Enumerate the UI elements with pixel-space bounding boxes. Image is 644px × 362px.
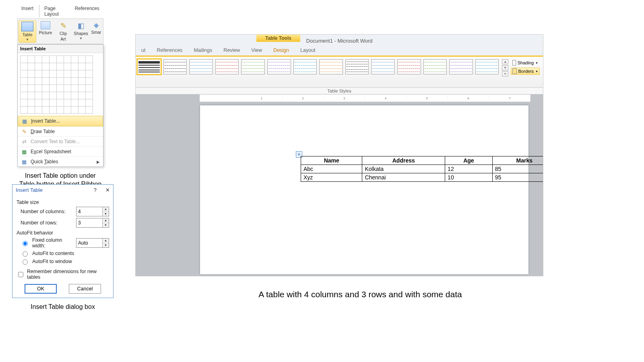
grid-cell[interactable] xyxy=(20,70,28,78)
grid-cell[interactable] xyxy=(49,56,57,63)
grid-cell[interactable] xyxy=(56,70,64,78)
grid-cell[interactable] xyxy=(20,99,28,107)
grid-cell[interactable] xyxy=(85,77,93,85)
tab-insert[interactable]: Insert xyxy=(19,5,36,18)
borders-button[interactable]: Borders▼ xyxy=(511,68,540,75)
spin-down-icon[interactable]: ▼ xyxy=(103,212,109,216)
table-style-thumb[interactable] xyxy=(397,59,421,74)
columns-spinner[interactable]: ▲▼ xyxy=(76,207,109,216)
grid-cell[interactable] xyxy=(35,99,42,107)
grid-cell[interactable] xyxy=(42,106,50,114)
table-style-thumb[interactable] xyxy=(423,59,447,74)
tab-references[interactable]: References xyxy=(151,44,188,56)
grid-cell[interactable] xyxy=(85,70,93,78)
picture-button[interactable]: Picture xyxy=(37,21,54,36)
grid-cell[interactable] xyxy=(42,63,50,70)
grid-cell[interactable] xyxy=(78,70,86,78)
grid-cell[interactable] xyxy=(71,63,78,70)
grid-cell[interactable] xyxy=(42,84,50,92)
grid-cell[interactable] xyxy=(64,84,71,92)
tab-references[interactable]: References xyxy=(72,5,102,18)
grid-cell[interactable] xyxy=(78,92,86,99)
table-style-thumb[interactable] xyxy=(345,59,369,74)
grid-cell[interactable] xyxy=(56,99,64,107)
grid-cell[interactable] xyxy=(35,84,42,92)
grid-cell[interactable] xyxy=(85,56,93,63)
table-cell[interactable]: Kolkata xyxy=(362,165,445,173)
grid-cell[interactable] xyxy=(78,99,86,107)
grid-cell[interactable] xyxy=(27,106,35,114)
table-header-cell[interactable]: Age xyxy=(445,156,493,165)
table-style-thumb[interactable] xyxy=(293,59,317,74)
grid-cell[interactable] xyxy=(71,106,78,114)
smartart-button-cut[interactable]: ◆ Smar xyxy=(90,21,102,35)
grid-cell[interactable] xyxy=(27,77,35,85)
draw-table-item[interactable]: ✎ Draw Table xyxy=(18,126,103,136)
spin-up-icon[interactable]: ▲ xyxy=(103,218,109,223)
gallery-nav-icon[interactable]: ▼ xyxy=(502,65,508,70)
document-page[interactable]: ✥ NameAddressAgeMarks AbcKolkata1285XyzC… xyxy=(200,105,528,274)
grid-cell[interactable] xyxy=(27,70,35,78)
grid-cell[interactable] xyxy=(42,99,50,107)
table-style-thumb[interactable] xyxy=(449,59,473,74)
grid-cell[interactable] xyxy=(64,92,71,99)
grid-cell[interactable] xyxy=(71,70,78,78)
grid-cell[interactable] xyxy=(42,77,50,85)
table-header-cell[interactable]: Name xyxy=(301,156,362,165)
spin-down-icon[interactable]: ▼ xyxy=(103,223,109,228)
grid-cell[interactable] xyxy=(49,77,57,85)
table-row[interactable]: AbcKolkata1285 xyxy=(301,165,544,173)
grid-cell[interactable] xyxy=(71,56,78,63)
grid-cell[interactable] xyxy=(78,106,86,114)
table-cell[interactable]: 12 xyxy=(445,165,493,173)
table-cell[interactable]: Xyz xyxy=(301,173,362,182)
table-header-cell[interactable]: Marks xyxy=(492,156,543,165)
grid-cell[interactable] xyxy=(42,70,50,78)
table-style-thumb[interactable] xyxy=(267,59,291,74)
fixed-width-spinner[interactable]: ▲▼ xyxy=(76,238,109,248)
grid-cell[interactable] xyxy=(85,92,93,99)
table-row[interactable]: XyzChennai1095 xyxy=(301,173,544,182)
grid-cell[interactable] xyxy=(64,77,71,85)
table-style-thumb[interactable] xyxy=(241,59,265,74)
grid-cell[interactable] xyxy=(56,77,64,85)
table-button[interactable]: Table ▼ xyxy=(19,21,36,43)
gallery-nav-icon[interactable]: ▲ xyxy=(502,59,508,64)
grid-cell[interactable] xyxy=(78,77,86,85)
grid-cell[interactable] xyxy=(71,84,78,92)
document-table[interactable]: NameAddressAgeMarks AbcKolkata1285XyzChe… xyxy=(301,156,543,182)
grid-cell[interactable] xyxy=(35,106,42,114)
grid-cell[interactable] xyxy=(27,56,35,63)
grid-cell[interactable] xyxy=(71,92,78,99)
grid-cell[interactable] xyxy=(35,77,42,85)
tab-page-layout[interactable]: Page Layout xyxy=(39,5,69,18)
grid-cell[interactable] xyxy=(42,56,50,63)
spin-up-icon[interactable]: ▲ xyxy=(103,207,109,212)
horizontal-ruler[interactable]: 1234567 xyxy=(199,94,531,102)
grid-cell[interactable] xyxy=(20,84,28,92)
grid-cell[interactable] xyxy=(49,106,57,114)
grid-cell[interactable] xyxy=(56,63,64,70)
table-cell[interactable]: Abc xyxy=(301,165,362,173)
grid-cell[interactable] xyxy=(49,92,57,99)
grid-cell[interactable] xyxy=(20,92,28,99)
grid-cell[interactable] xyxy=(64,70,71,78)
fixed-width-input[interactable] xyxy=(76,239,102,247)
grid-cell[interactable] xyxy=(20,56,28,63)
grid-cell[interactable] xyxy=(71,77,78,85)
shapes-button[interactable]: ◧ Shapes ▼ xyxy=(72,21,89,41)
checkbox-remember[interactable] xyxy=(18,272,23,277)
table-style-thumb[interactable] xyxy=(215,59,239,74)
grid-cell[interactable] xyxy=(64,63,71,70)
grid-cell[interactable] xyxy=(78,63,86,70)
grid-cell[interactable] xyxy=(27,92,35,99)
gallery-scroll[interactable]: ▲▼▾ xyxy=(502,59,508,76)
grid-cell[interactable] xyxy=(35,63,42,70)
gallery-nav-icon[interactable]: ▾ xyxy=(502,71,508,76)
tab-design[interactable]: Design xyxy=(268,44,295,56)
grid-cell[interactable] xyxy=(35,92,42,99)
grid-cell[interactable] xyxy=(49,63,57,70)
table-cell[interactable]: 10 xyxy=(445,173,493,182)
grid-cell[interactable] xyxy=(56,84,64,92)
grid-cell[interactable] xyxy=(20,63,28,70)
